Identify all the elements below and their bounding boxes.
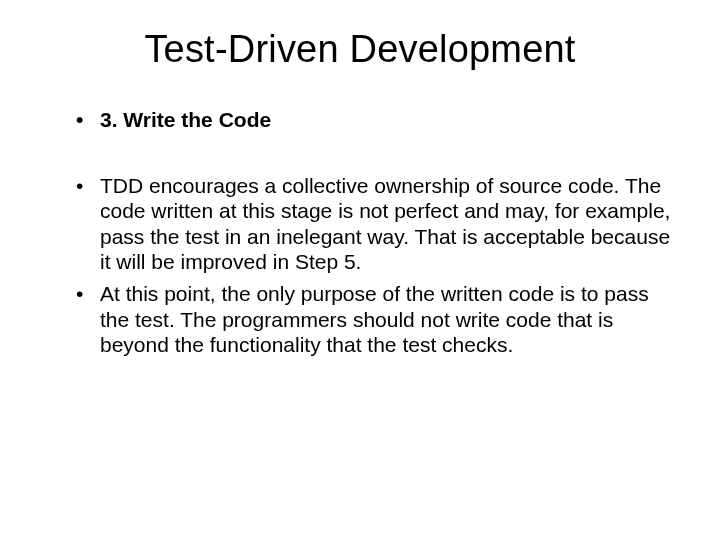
bullet-item: TDD encourages a collective ownership of…	[76, 173, 672, 275]
spacer	[48, 139, 672, 173]
bullet-list: 3. Write the Code	[48, 107, 672, 133]
slide-title: Test-Driven Development	[48, 28, 672, 71]
bullet-item: At this point, the only purpose of the w…	[76, 281, 672, 358]
bullet-list: TDD encourages a collective ownership of…	[48, 173, 672, 358]
bullet-item: 3. Write the Code	[76, 107, 672, 133]
